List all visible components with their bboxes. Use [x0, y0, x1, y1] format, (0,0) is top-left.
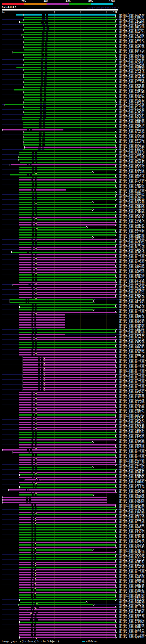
- alignment-bar[interactable]: [19, 599, 32, 600]
- alignment-bar[interactable]: [36, 577, 115, 578]
- alignment-bar[interactable]: [19, 572, 31, 573]
- alignment-bar[interactable]: [36, 632, 115, 633]
- alignment-bar[interactable]: [35, 582, 115, 583]
- alignment-bar[interactable]: [36, 519, 115, 520]
- alignment-bar[interactable]: [19, 494, 32, 496]
- alignment-bar[interactable]: [48, 22, 115, 23]
- alignment-bar[interactable]: [44, 147, 115, 148]
- alignment-bar[interactable]: [48, 34, 115, 36]
- alignment-bar[interactable]: [46, 94, 115, 96]
- alignment-bar[interactable]: [37, 187, 115, 188]
- alignment-bar[interactable]: [46, 77, 115, 78]
- alignment-bar[interactable]: [23, 64, 41, 65]
- alignment-bar[interactable]: [36, 532, 115, 533]
- alignment-bar[interactable]: [23, 29, 43, 30]
- alignment-bar[interactable]: [36, 507, 115, 508]
- alignment-bar[interactable]: [36, 399, 115, 400]
- alignment-bar[interactable]: [19, 204, 32, 206]
- alignment-bar[interactable]: [36, 439, 115, 440]
- alignment-bar[interactable]: [34, 284, 115, 285]
- alignment-bar[interactable]: [43, 372, 115, 373]
- alignment-bar[interactable]: [18, 159, 32, 160]
- alignment-bar[interactable]: [19, 624, 31, 626]
- alignment-bar[interactable]: [48, 39, 115, 40]
- alignment-bar[interactable]: [37, 332, 115, 333]
- alignment-bar[interactable]: [19, 154, 32, 155]
- alignment-bar[interactable]: [24, 62, 41, 63]
- alignment-bar[interactable]: [44, 149, 115, 150]
- alignment-bar[interactable]: [37, 237, 92, 238]
- alignment-bar[interactable]: [33, 452, 115, 453]
- alignment-bar[interactable]: [37, 207, 115, 208]
- alignment-bar[interactable]: [23, 364, 38, 366]
- alignment-bar[interactable]: [36, 482, 115, 483]
- alignment-bar[interactable]: [23, 37, 42, 38]
- alignment-bar[interactable]: [37, 242, 115, 243]
- alignment-bar[interactable]: [36, 537, 115, 538]
- alignment-bar[interactable]: [36, 339, 115, 340]
- alignment-bar[interactable]: [19, 197, 32, 198]
- alignment-bar[interactable]: [19, 547, 31, 548]
- alignment-bar[interactable]: [19, 247, 31, 248]
- alignment-bar[interactable]: [36, 262, 115, 263]
- alignment-bar[interactable]: [23, 367, 38, 368]
- alignment-bar[interactable]: [24, 39, 42, 40]
- alignment-bar[interactable]: [36, 272, 115, 273]
- alignment-bar[interactable]: [23, 377, 38, 378]
- alignment-bar[interactable]: [19, 514, 32, 516]
- alignment-bar[interactable]: [36, 264, 115, 266]
- alignment-bar[interactable]: [36, 552, 115, 553]
- alignment-bar[interactable]: [29, 302, 93, 303]
- alignment-bar[interactable]: [23, 379, 38, 380]
- alignment-bar[interactable]: [19, 237, 32, 238]
- alignment-bar[interactable]: [36, 529, 115, 530]
- alignment-bar[interactable]: [19, 584, 30, 586]
- alignment-bar[interactable]: [24, 44, 41, 46]
- alignment-bar[interactable]: [19, 194, 32, 195]
- alignment-bar[interactable]: [36, 334, 65, 335]
- alignment-bar[interactable]: [23, 87, 40, 88]
- alignment-bar[interactable]: [36, 312, 115, 313]
- alignment-bar[interactable]: [35, 637, 115, 638]
- alignment-bar[interactable]: [19, 232, 32, 233]
- alignment-bar[interactable]: [45, 137, 115, 138]
- alignment-bar[interactable]: [43, 357, 115, 358]
- alignment-bar[interactable]: [43, 384, 115, 386]
- alignment-bar[interactable]: [37, 280, 115, 280]
- alignment-bar[interactable]: [49, 27, 115, 28]
- subject-label[interactable]: UniRef100_Q4KTH7: [119, 636, 145, 639]
- alignment-bar[interactable]: [22, 119, 39, 120]
- alignment-bar[interactable]: [45, 144, 115, 146]
- alignment-bar[interactable]: [47, 74, 115, 76]
- alignment-bar[interactable]: [19, 199, 32, 200]
- alignment-bar[interactable]: [19, 192, 32, 193]
- alignment-bar[interactable]: [19, 422, 31, 423]
- alignment-bar[interactable]: [37, 244, 115, 245]
- alignment-bar[interactable]: [43, 374, 115, 375]
- alignment-bar[interactable]: [37, 329, 115, 330]
- alignment-bar[interactable]: [23, 142, 39, 143]
- alignment-bar[interactable]: [45, 119, 115, 120]
- alignment-bar[interactable]: [47, 47, 115, 48]
- alignment-bar[interactable]: [19, 412, 31, 413]
- alignment-bar[interactable]: [24, 49, 41, 50]
- alignment-bar[interactable]: [36, 392, 115, 393]
- alignment-bar[interactable]: [23, 42, 41, 43]
- alignment-bar[interactable]: [19, 427, 31, 428]
- alignment-bar[interactable]: [19, 209, 32, 210]
- alignment-bar[interactable]: [23, 387, 38, 388]
- alignment-bar[interactable]: [36, 402, 115, 403]
- alignment-bar[interactable]: [23, 370, 38, 370]
- alignment-bar[interactable]: [46, 112, 115, 113]
- alignment-bar[interactable]: [19, 224, 31, 226]
- alignment-bar[interactable]: [19, 179, 31, 180]
- alignment-bar[interactable]: [47, 49, 115, 50]
- alignment-bar[interactable]: [19, 562, 31, 563]
- alignment-bar[interactable]: [19, 417, 31, 418]
- alignment-bar[interactable]: [19, 439, 31, 440]
- alignment-bar[interactable]: [43, 387, 115, 388]
- alignment-bar[interactable]: [20, 227, 32, 228]
- alignment-bar[interactable]: [19, 437, 32, 438]
- alignment-bar[interactable]: [36, 602, 86, 603]
- alignment-bar[interactable]: [36, 630, 115, 630]
